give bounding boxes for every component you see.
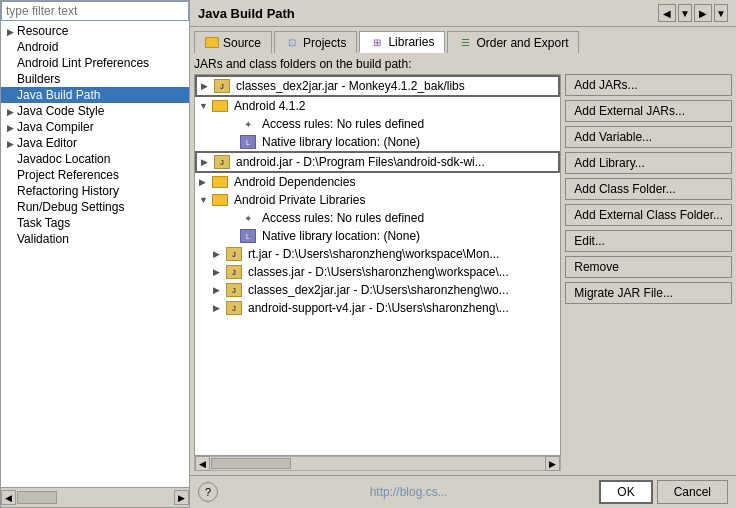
- bp-scroll-right[interactable]: ▶: [545, 456, 560, 471]
- tab-projects[interactable]: ⊡Projects: [274, 31, 357, 53]
- build-path-item[interactable]: ▶✦Access rules: No rules defined: [195, 209, 560, 227]
- sidebar-item-label: Validation: [17, 232, 69, 246]
- build-path-item[interactable]: ▶LNative library location: (None): [195, 227, 560, 245]
- scroll-left-btn[interactable]: ◀: [1, 490, 16, 505]
- build-path-item[interactable]: ▶Jclasses.jar - D:\Users\sharonzheng\wor…: [195, 263, 560, 281]
- tab-source[interactable]: Source: [194, 31, 272, 53]
- back-dropdown-button[interactable]: ▼: [678, 4, 692, 22]
- bp-item-label: Android Dependencies: [234, 175, 355, 189]
- sidebar-item-java_build_path[interactable]: Java Build Path: [1, 87, 189, 103]
- build-path-item[interactable]: ▶Jandroid.jar - D:\Program Files\android…: [195, 151, 560, 173]
- back-button[interactable]: ◀: [658, 4, 676, 22]
- build-path-left-wrapper: ▶Jclasses_dex2jar.jar - Monkey4.1.2_bak/…: [194, 74, 561, 471]
- build-path-label: JARs and class folders on the build path…: [194, 57, 411, 71]
- filter-input[interactable]: [1, 1, 189, 21]
- sidebar-item-java_editor[interactable]: ▶Java Editor: [1, 135, 189, 151]
- tree-arrow: ▶: [7, 27, 17, 37]
- bp-arrow: ▶: [213, 285, 223, 295]
- folder-icon: [212, 194, 228, 206]
- tree-arrow: ▶: [7, 139, 17, 149]
- add-variable-button[interactable]: Add Variable...: [565, 126, 732, 148]
- bp-item-label: classes_dex2jar.jar - D:\Users\sharonzhe…: [248, 283, 509, 297]
- edit-button[interactable]: Edit...: [565, 230, 732, 252]
- bp-item-label: classes.jar - D:\Users\sharonzheng\works…: [248, 265, 509, 279]
- bp-item-label: Native library location: (None): [262, 229, 420, 243]
- jar-icon: J: [226, 301, 242, 315]
- tree-arrow: ▶: [7, 107, 17, 117]
- add-external-jars-button[interactable]: Add External JARs...: [565, 100, 732, 122]
- build-path-item[interactable]: ▼Android Private Libraries: [195, 191, 560, 209]
- build-path-item[interactable]: ▶LNative library location: (None): [195, 133, 560, 151]
- sidebar-item-resource[interactable]: ▶Resource: [1, 23, 189, 39]
- sidebar-item-android[interactable]: Android: [1, 39, 189, 55]
- sidebar-item-label: Task Tags: [17, 216, 70, 230]
- sidebar-item-task_tags[interactable]: Task Tags: [1, 215, 189, 231]
- scrollbar-thumb-h[interactable]: [17, 491, 57, 504]
- sidebar-item-java_compiler[interactable]: ▶Java Compiler: [1, 119, 189, 135]
- sidebar-item-android_lint_preferences[interactable]: Android Lint Preferences: [1, 55, 189, 71]
- sidebar-item-java_code_style[interactable]: ▶Java Code Style: [1, 103, 189, 119]
- sidebar-scrollbar: ◀ ▶: [1, 487, 189, 507]
- sidebar: ▶Resource Android Android Lint Preferenc…: [0, 0, 190, 508]
- bp-arrow: ▶: [201, 81, 211, 91]
- bp-arrow: ▼: [199, 195, 209, 205]
- bp-scrollbar-thumb[interactable]: [211, 458, 291, 469]
- tab-order-and-export[interactable]: ☰Order and Export: [447, 31, 579, 53]
- sidebar-item-rundebug_settings[interactable]: Run/Debug Settings: [1, 199, 189, 215]
- add-jars-button[interactable]: Add JARs...: [565, 74, 732, 96]
- bp-item-label: Access rules: No rules defined: [262, 117, 424, 131]
- lib-icon: L: [240, 229, 256, 243]
- forward-button[interactable]: ▶: [694, 4, 712, 22]
- add-external-class-folder-button[interactable]: Add External Class Folder...: [565, 204, 732, 226]
- remove-button[interactable]: Remove: [565, 256, 732, 278]
- sidebar-item-label: Builders: [17, 72, 60, 86]
- help-button[interactable]: ?: [198, 482, 218, 502]
- cancel-button[interactable]: Cancel: [657, 480, 728, 504]
- title-bar: Java Build Path ◀ ▼ ▶ ▼: [190, 0, 736, 27]
- lib-icon: L: [240, 135, 256, 149]
- add-library-button[interactable]: Add Library...: [565, 152, 732, 174]
- bp-arrow: ▶: [213, 249, 223, 259]
- tab-libraries[interactable]: ⊞Libraries: [359, 31, 445, 53]
- tab-label: Projects: [303, 36, 346, 50]
- build-path-item[interactable]: ▶Jandroid-support-v4.jar - D:\Users\shar…: [195, 299, 560, 317]
- sidebar-item-label: Java Compiler: [17, 120, 94, 134]
- bp-item-label: classes_dex2jar.jar - Monkey4.1.2_bak/li…: [236, 79, 465, 93]
- bp-scroll-left[interactable]: ◀: [195, 456, 210, 471]
- bp-arrow: ▶: [213, 303, 223, 313]
- sidebar-item-validation[interactable]: Validation: [1, 231, 189, 247]
- rule-icon: ✦: [240, 117, 256, 131]
- sidebar-item-label: Javadoc Location: [17, 152, 110, 166]
- sidebar-item-builders[interactable]: Builders: [1, 71, 189, 87]
- sidebar-item-refactoring_history[interactable]: Refactoring History: [1, 183, 189, 199]
- forward-dropdown-button[interactable]: ▼: [714, 4, 728, 22]
- build-path-item[interactable]: ▶Jclasses_dex2jar.jar - Monkey4.1.2_bak/…: [195, 75, 560, 97]
- sidebar-tree: ▶Resource Android Android Lint Preferenc…: [1, 21, 189, 487]
- sidebar-item-label: Android Lint Preferences: [17, 56, 149, 70]
- build-path-item[interactable]: ▶Android Dependencies: [195, 173, 560, 191]
- bp-scrollbar-track: [210, 457, 545, 470]
- tree-arrow: ▶: [7, 123, 17, 133]
- jar-icon: J: [214, 79, 230, 93]
- ok-button[interactable]: OK: [599, 480, 652, 504]
- tab-label: Source: [223, 36, 261, 50]
- tab-bar: Source⊡Projects⊞Libraries☰Order and Expo…: [194, 31, 732, 53]
- project-icon: ⊡: [285, 36, 299, 50]
- scroll-right-btn[interactable]: ▶: [174, 490, 189, 505]
- sidebar-item-project_references[interactable]: Project References: [1, 167, 189, 183]
- sidebar-item-label: Java Code Style: [17, 104, 104, 118]
- sidebar-item-javadoc_location[interactable]: Javadoc Location: [1, 151, 189, 167]
- build-path-item[interactable]: ▶Jclasses_dex2jar.jar - D:\Users\sharonz…: [195, 281, 560, 299]
- build-path-item[interactable]: ▼Android 4.1.2: [195, 97, 560, 115]
- watermark: http://blog.cs...: [218, 485, 599, 499]
- migrate-jar-button[interactable]: Migrate JAR File...: [565, 282, 732, 304]
- build-path-item[interactable]: ▶✦Access rules: No rules defined: [195, 115, 560, 133]
- bp-arrow: ▶: [201, 157, 211, 167]
- build-path-tree: ▶Jclasses_dex2jar.jar - Monkey4.1.2_bak/…: [195, 75, 560, 455]
- add-class-folder-button[interactable]: Add Class Folder...: [565, 178, 732, 200]
- bp-item-label: rt.jar - D:\Users\sharonzheng\workspace\…: [248, 247, 499, 261]
- nav-buttons: ◀ ▼ ▶ ▼: [658, 4, 728, 22]
- rule-icon: ✦: [240, 211, 256, 225]
- bp-item-label: Native library location: (None): [262, 135, 420, 149]
- build-path-item[interactable]: ▶Jrt.jar - D:\Users\sharonzheng\workspac…: [195, 245, 560, 263]
